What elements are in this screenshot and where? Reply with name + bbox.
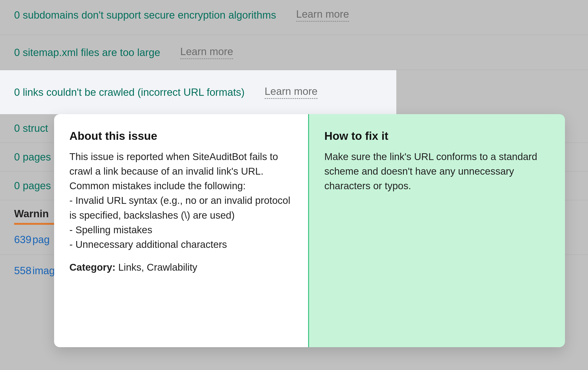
warning-prefix[interactable]: pag	[32, 234, 50, 245]
warning-text: 639 pag	[14, 234, 50, 246]
issue-title: 0 subdomains don't support secure encryp…	[14, 9, 276, 21]
tooltip-fix-body: Make sure the link's URL conforms to a s…	[324, 150, 550, 193]
issue-title: 0 pages	[14, 151, 51, 163]
warning-count-link[interactable]: 639	[14, 234, 31, 245]
issue-title: 0 sitemap.xml files are too large	[14, 47, 160, 58]
issue-row[interactable]: 0 sitemap.xml files are too large Learn …	[0, 35, 588, 70]
issue-tooltip-popup: About this issue This issue is reported …	[54, 114, 565, 347]
tooltip-category-value: Links, Crawlability	[118, 262, 197, 273]
issue-row[interactable]: 0 subdomains don't support secure encryp…	[0, 0, 588, 35]
tooltip-about-heading: About this issue	[69, 130, 293, 142]
learn-more-link[interactable]: Learn more	[296, 8, 349, 22]
tooltip-about-body: This issue is reported when SiteAuditBot…	[69, 150, 293, 252]
issue-title: 0 links couldn't be crawled (incorrect U…	[14, 86, 245, 98]
issue-row-active[interactable]: 0 links couldn't be crawled (incorrect U…	[0, 70, 396, 114]
issue-title: 0 pages	[14, 180, 51, 192]
tooltip-fix-heading: How to fix it	[324, 130, 550, 142]
tooltip-fix-panel: How to fix it Make sure the link's URL c…	[308, 114, 565, 347]
warning-count-link[interactable]: 558	[14, 265, 31, 276]
tooltip-category: Category: Links, Crawlability	[69, 262, 293, 273]
issue-title: 0 struct	[14, 122, 48, 134]
learn-more-link[interactable]: Learn more	[180, 46, 233, 59]
tooltip-category-label: Category:	[69, 262, 116, 273]
tooltip-about-panel: About this issue This issue is reported …	[54, 114, 308, 347]
learn-more-link[interactable]: Learn more	[265, 86, 317, 99]
